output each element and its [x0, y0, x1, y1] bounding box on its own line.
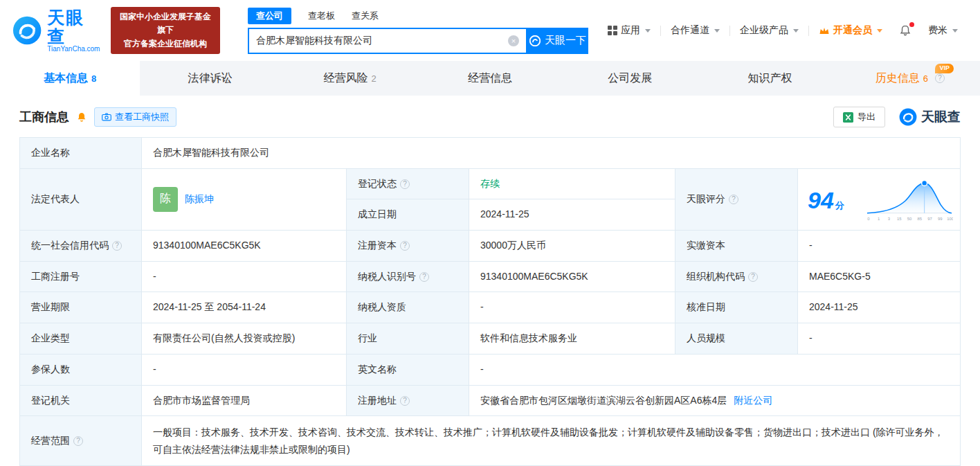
menu-partner-channel[interactable]: 合作通道: [661, 24, 729, 37]
tab-label: 历史信息: [875, 71, 920, 86]
credit-code-value: 91340100MAE6C5KG5K: [142, 231, 347, 262]
tab-basic-info[interactable]: 基本信息 8: [0, 61, 140, 96]
camera-icon: [102, 113, 111, 121]
business-term-value: 2024-11-25 至 2054-11-24: [142, 292, 347, 323]
subscribe-bell-icon[interactable]: [76, 111, 87, 123]
paid-capital-value: -: [798, 231, 961, 262]
company-nav-tabs: 基本信息 8 法律诉讼 经营风险 2 经营信息 公司发展 知识产权 VIP 历史…: [0, 61, 980, 96]
help-icon[interactable]: [112, 241, 122, 251]
tab-history-info[interactable]: VIP 历史信息 6: [840, 61, 980, 96]
svg-text:99: 99: [938, 216, 943, 220]
establish-date-label: 成立日期: [347, 199, 469, 231]
reg-capital-label: 注册资本: [347, 231, 469, 262]
section-title: 工商信息: [19, 109, 69, 125]
svg-text:15: 15: [897, 216, 902, 220]
help-icon[interactable]: [400, 179, 410, 189]
business-term-label: 营业期限: [20, 292, 142, 323]
business-info-header: 工商信息 查看工商快照 导出 天眼查: [0, 96, 980, 136]
taxpayer-quality-value: -: [469, 292, 675, 323]
reg-status-label: 登记状态: [347, 168, 469, 199]
menu-user[interactable]: 费米: [918, 24, 968, 37]
tab-legal-proceedings[interactable]: 法律诉讼: [140, 61, 280, 96]
logo-subtext: TianYanCha.com: [47, 45, 101, 53]
table-row: 法定代表人 陈 陈振坤 登记状态 存续 天眼评分 94分: [20, 168, 961, 199]
field-label-text: 登记状态: [358, 178, 397, 189]
table-row: 企业名称 合肥木犀智能科技有限公司: [20, 138, 961, 169]
svg-text:3: 3: [888, 216, 891, 220]
help-icon[interactable]: [935, 73, 945, 83]
insured-count-value: -: [142, 354, 347, 385]
legal-rep-avatar: 陈: [153, 187, 178, 212]
export-button[interactable]: 导出: [833, 107, 885, 127]
company-name-value: 合肥木犀智能科技有限公司: [142, 138, 961, 169]
tab-count: 2: [372, 73, 376, 84]
help-icon[interactable]: [400, 396, 410, 406]
score-label: 天眼评分: [675, 168, 798, 230]
tab-operation-info[interactable]: 经营信息: [420, 61, 560, 96]
tianyancha-logo[interactable]: 天眼查 TianYanCha.com: [12, 8, 101, 53]
chevron-down-icon: [645, 29, 651, 33]
tab-company-development[interactable]: 公司发展: [560, 61, 700, 96]
tab-operation-risk[interactable]: 经营风险 2: [280, 61, 420, 96]
menu-vip-upgrade[interactable]: 开通会员: [809, 24, 892, 37]
menu-vip-label: 开通会员: [833, 24, 872, 37]
field-label-text: 统一社会信用代码: [31, 240, 109, 251]
search-area: 查公司 查老板 查关系 天眼一下: [248, 8, 588, 54]
table-row: 参保人数 - 英文名称 -: [20, 354, 961, 385]
svg-text:97: 97: [927, 216, 932, 220]
help-icon[interactable]: [748, 272, 758, 282]
menu-apps[interactable]: 应用: [598, 24, 660, 37]
tab-intellectual-property[interactable]: 知识产权: [700, 61, 840, 96]
staff-size-label: 人员规模: [675, 323, 798, 355]
search-tab-company[interactable]: 查公司: [248, 8, 291, 24]
notification-bell[interactable]: [892, 24, 918, 37]
search-tabs: 查公司 查老板 查关系: [248, 8, 588, 24]
menu-enterprise-label: 企业级产品: [740, 24, 788, 37]
help-icon[interactable]: [73, 436, 83, 446]
reg-address-label: 注册地址: [347, 385, 469, 416]
status-badge: 存续: [480, 178, 500, 189]
field-label-text: 注册地址: [358, 395, 397, 406]
tab-label: 经营信息: [468, 71, 512, 86]
top-menu: 应用 合作通道 企业级产品 开通会员 费米: [598, 24, 968, 37]
menu-enterprise-products[interactable]: 企业级产品: [730, 24, 808, 37]
table-row: 营业期限 2024-11-25 至 2054-11-24 纳税人资质 - 核准日…: [20, 292, 961, 323]
legal-rep-link[interactable]: 陈振坤: [185, 192, 214, 207]
nearby-companies-link[interactable]: 附近公司: [734, 395, 772, 406]
clear-search-icon[interactable]: [508, 35, 519, 46]
field-label-text: 注册资本: [358, 240, 397, 251]
crown-icon: [819, 26, 830, 35]
svg-text:50: 50: [907, 216, 912, 220]
help-icon[interactable]: [729, 195, 738, 204]
topbar: 天眼查 TianYanCha.com 国家中小企业发展子基金旗下 官方备案企业征…: [0, 0, 980, 61]
search-input[interactable]: [256, 35, 508, 46]
taxpayer-quality-label: 纳税人资质: [347, 292, 469, 323]
badge-line-2: 官方备案企业征信机构: [118, 37, 213, 51]
reg-status-value: 存续: [469, 168, 675, 199]
svg-text:1: 1: [878, 216, 880, 220]
view-snapshot-button[interactable]: 查看工商快照: [94, 107, 176, 127]
company-name-label: 企业名称: [20, 138, 142, 169]
help-icon[interactable]: [400, 241, 410, 251]
logo-text: 天眼查: [47, 8, 101, 45]
search-box: [248, 28, 527, 54]
legal-rep-label: 法定代表人: [20, 168, 142, 230]
svg-text:100: 100: [947, 216, 953, 220]
credit-code-label: 统一社会信用代码: [20, 231, 142, 262]
search-button-label: 天眼一下: [545, 34, 586, 47]
tab-label: 基本信息: [44, 71, 88, 86]
company-type-label: 企业类型: [20, 323, 142, 355]
help-icon[interactable]: [419, 272, 429, 282]
vip-badge: VIP: [935, 64, 954, 73]
search-tab-boss[interactable]: 查老板: [308, 8, 335, 24]
search-button[interactable]: 天眼一下: [527, 28, 588, 54]
tab-label: 法律诉讼: [188, 71, 232, 86]
chevron-down-icon: [952, 29, 958, 33]
tab-count: 8: [91, 73, 96, 84]
org-code-value: MAE6C5KG-5: [798, 261, 961, 292]
apps-grid-icon: [608, 26, 617, 35]
export-button-label: 导出: [858, 111, 875, 123]
search-tab-relation[interactable]: 查关系: [352, 8, 379, 24]
excel-icon: [843, 112, 853, 123]
reg-address-text: 安徽省合肥市包河区烟墩街道滨湖云谷创新园A区A6栋4层: [480, 395, 727, 406]
